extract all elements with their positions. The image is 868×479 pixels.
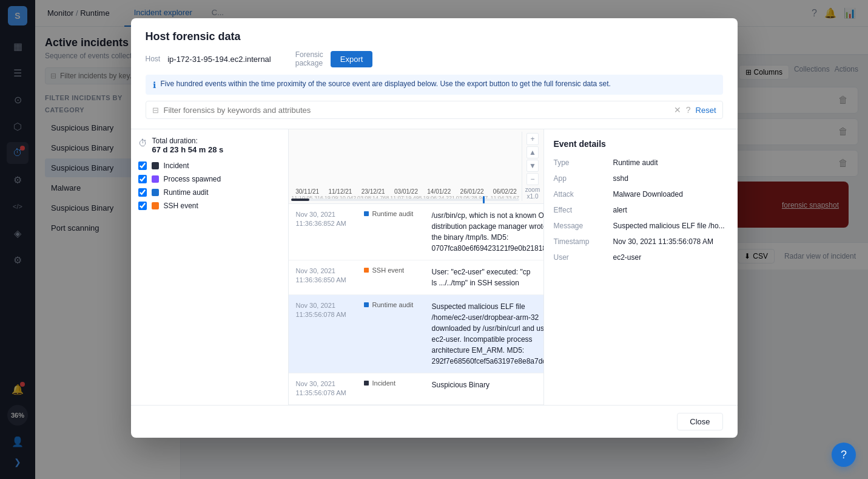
- host-label: Host: [146, 55, 161, 63]
- event-row-4[interactable]: Nov 30, 2021 11:35:56:078 AM Incident Su…: [289, 373, 543, 405]
- clear-filter-icon[interactable]: ✕: [674, 105, 681, 115]
- detail-effect: Effect alert: [554, 206, 728, 214]
- filter-forensics-input[interactable]: [164, 106, 669, 115]
- filter-help-icon[interactable]: ?: [686, 105, 691, 115]
- modal-title: Host forensic data: [146, 30, 723, 43]
- event-type-dot-4: [364, 381, 369, 386]
- runtime-audit-dot: [152, 189, 159, 196]
- zoom-label: zoom x1.0: [523, 186, 542, 200]
- checkbox-runtime-audit: Runtime audit: [138, 188, 281, 197]
- clock-icon: ⏱: [138, 138, 147, 148]
- scroll-up-btn[interactable]: ▲: [527, 146, 539, 158]
- modal-meta: Host ip-172-31-95-194.ec2.internal Foren…: [146, 50, 723, 67]
- event-type-dot-2: [364, 268, 369, 273]
- detail-user: User ec2-user: [554, 253, 728, 262]
- event-type-2: SSH event: [364, 267, 425, 274]
- checkbox-process-spawned: Process spawned: [138, 175, 281, 183]
- forensic-row: Forensic package Export: [295, 50, 373, 67]
- info-bar: ℹ Five hundred events within the time pr…: [146, 75, 723, 95]
- modal-body: ⏱ Total duration: 67 d 23 h 54 m 28 s In…: [131, 129, 738, 405]
- host-row: Host ip-172-31-95-194.ec2.internal: [146, 55, 271, 64]
- export-button[interactable]: Export: [331, 51, 373, 67]
- checkbox-runtime-audit-label: Runtime audit: [164, 188, 209, 197]
- event-row-1[interactable]: Nov 30, 2021 11:36:36:852 AM Runtime aud…: [289, 204, 543, 260]
- timeline-controls: + ▲ ▼ − zoom x1.0: [522, 132, 543, 201]
- event-type-4: Incident: [364, 379, 425, 387]
- checkbox-process-spawned-input[interactable]: [138, 175, 147, 183]
- forensic-label: Forensic package: [295, 50, 323, 67]
- event-type-dot-3: [364, 302, 369, 307]
- checkbox-incident-input[interactable]: [138, 161, 147, 170]
- detail-message: Message Suspected malicious ELF file /ho…: [554, 222, 728, 230]
- event-time-1: Nov 30, 2021 11:36:36:852 AM: [296, 210, 357, 229]
- modal-center: 30/11/21 11:10:05.316 11/12/21 19:09:10.…: [289, 129, 543, 405]
- events-list: Nov 30, 2021 11:36:36:852 AM Runtime aud…: [289, 204, 543, 405]
- event-row-2[interactable]: Nov 30, 2021 11:36:36:850 AM SSH event U…: [289, 260, 543, 295]
- duration-box: ⏱ Total duration: 67 d 23 h 54 m 28 s: [138, 137, 281, 154]
- duration-value: 67 d 23 h 54 m 28 s: [152, 145, 224, 154]
- event-desc-1: /usr/bin/cp, which is not a known OS dis…: [432, 210, 543, 254]
- info-text: Five hundred events within the time prox…: [161, 80, 611, 88]
- ssh-event-dot: [152, 202, 159, 209]
- checkbox-process-spawned-label: Process spawned: [164, 175, 221, 183]
- modal: Host forensic data Host ip-172-31-95-194…: [131, 18, 738, 438]
- modal-footer: Close: [131, 405, 738, 438]
- event-time-3: Nov 30, 2021 11:35:56:078 AM: [296, 301, 357, 320]
- event-details-panel: Event details Type Runtime audit App ssh…: [543, 129, 738, 405]
- event-row-3[interactable]: Nov 30, 2021 11:35:56:078 AM Runtime aud…: [289, 295, 543, 373]
- event-details-title: Event details: [554, 139, 728, 149]
- checkbox-ssh-event-input[interactable]: [138, 202, 147, 210]
- detail-timestamp: Timestamp Nov 30, 2021 11:35:56:078 AM: [554, 237, 728, 246]
- filter-forensics: ⊟ ✕ ? Reset: [146, 101, 723, 119]
- checkbox-incident-label: Incident: [164, 161, 189, 170]
- detail-attack: Attack Malware Downloaded: [554, 190, 728, 199]
- timeline-header: 30/11/21 11:10:05.316 11/12/21 19:09:10.…: [289, 129, 543, 204]
- scroll-down-btn[interactable]: ▼: [527, 160, 539, 172]
- detail-type: Type Runtime audit: [554, 158, 728, 167]
- host-value: ip-172-31-95-194.ec2.internal: [167, 55, 271, 64]
- modal-left-panel: ⏱ Total duration: 67 d 23 h 54 m 28 s In…: [131, 129, 289, 405]
- event-type-3: Runtime audit: [364, 301, 425, 308]
- zoom-in-btn[interactable]: +: [527, 133, 539, 145]
- checkbox-runtime-audit-input[interactable]: [138, 188, 147, 197]
- event-type-1: Runtime audit: [364, 210, 425, 217]
- process-spawned-dot: [152, 175, 159, 183]
- reset-link[interactable]: Reset: [696, 106, 716, 115]
- float-help-button[interactable]: ?: [832, 443, 856, 467]
- event-time-4: Nov 30, 2021 11:35:56:078 AM: [296, 379, 357, 398]
- checkbox-ssh-event: SSH event: [138, 202, 281, 210]
- duration-label: Total duration:: [152, 137, 224, 145]
- filter-forensics-icon: ⊟: [152, 106, 159, 115]
- event-type-dot-1: [364, 211, 369, 216]
- checkbox-ssh-event-label: SSH event: [164, 202, 198, 210]
- incident-dot: [152, 162, 159, 169]
- detail-app: App sshd: [554, 174, 728, 183]
- event-desc-4: Suspicious Binary: [432, 379, 536, 390]
- close-button[interactable]: Close: [677, 413, 722, 430]
- event-desc-2: User: "ec2-user" executed: "cp ls .../..…: [432, 267, 536, 288]
- zoom-out-btn[interactable]: −: [527, 173, 539, 185]
- event-time-2: Nov 30, 2021 11:36:36:850 AM: [296, 267, 357, 285]
- info-icon: ℹ: [153, 80, 156, 90]
- checkbox-incident: Incident: [138, 161, 281, 170]
- modal-overlay: Host forensic data Host ip-172-31-95-194…: [0, 0, 868, 479]
- event-desc-3: Suspected malicious ELF file /home/ec2-u…: [432, 301, 543, 367]
- modal-header: Host forensic data Host ip-172-31-95-194…: [131, 18, 738, 129]
